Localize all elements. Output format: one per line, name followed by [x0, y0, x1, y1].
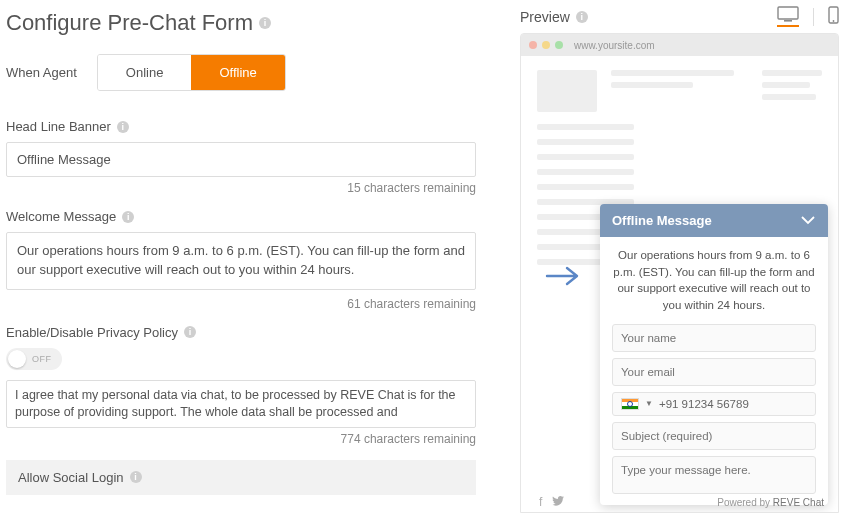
browser-bar: www.yoursite.com — [521, 34, 838, 56]
svg-rect-0 — [778, 7, 798, 19]
info-icon[interactable]: i — [184, 326, 196, 338]
chat-email-input[interactable] — [612, 358, 816, 386]
info-icon[interactable]: i — [130, 471, 142, 483]
info-icon[interactable]: i — [122, 211, 134, 223]
info-icon[interactable]: i — [576, 11, 588, 23]
powered-by: Powered by REVE Chat — [717, 497, 824, 508]
privacy-toggle[interactable]: OFF — [6, 348, 62, 370]
chat-header[interactable]: Offline Message — [600, 204, 828, 237]
chat-welcome-message: Our operations hours from 9 a.m. to 6 p.… — [612, 247, 816, 314]
flag-india-icon — [621, 398, 639, 410]
info-icon[interactable]: i — [259, 17, 271, 29]
chat-name-input[interactable] — [612, 324, 816, 352]
toggle-knob — [8, 350, 26, 368]
powered-by-brand[interactable]: REVE Chat — [773, 497, 824, 508]
chat-phone-placeholder: +91 91234 56789 — [659, 398, 749, 410]
window-dot-yellow — [542, 41, 550, 49]
device-toggle — [777, 6, 839, 27]
info-icon[interactable]: i — [117, 121, 129, 133]
agent-status-toggle: Online Offline — [97, 54, 286, 91]
headline-banner-label: Head Line Banner i — [6, 119, 502, 134]
chevron-down-icon[interactable] — [800, 213, 816, 228]
social-icons: f — [539, 495, 564, 509]
privacy-text-input[interactable]: I agree that my personal data via chat, … — [6, 380, 476, 428]
facebook-icon[interactable]: f — [539, 495, 542, 509]
welcome-remaining: 61 characters remaining — [6, 297, 476, 311]
chat-message-input[interactable] — [612, 456, 816, 494]
allow-social-login-section: Allow Social Login i — [6, 460, 476, 495]
desktop-icon — [777, 6, 799, 22]
window-dot-red — [529, 41, 537, 49]
chat-subject-input[interactable] — [612, 422, 816, 450]
privacy-remaining: 774 characters remaining — [6, 432, 476, 446]
mobile-view-button[interactable] — [828, 6, 839, 27]
page-title: Configure Pre-Chat Form i — [6, 10, 502, 36]
svg-rect-1 — [784, 20, 792, 22]
chat-widget: Offline Message Our operations hours fro… — [600, 204, 828, 505]
url-text: www.yoursite.com — [574, 40, 655, 51]
agent-offline-button[interactable]: Offline — [191, 55, 284, 90]
caret-down-icon[interactable]: ▼ — [645, 399, 653, 408]
headline-remaining: 15 characters remaining — [6, 181, 476, 195]
mobile-icon — [828, 6, 839, 24]
preview-browser: www.yoursite.com — [520, 33, 839, 513]
privacy-policy-label: Enable/Disable Privacy Policy i — [6, 325, 502, 340]
page-title-text: Configure Pre-Chat Form — [6, 10, 253, 36]
window-dot-green — [555, 41, 563, 49]
skeleton-header — [537, 70, 822, 112]
svg-point-3 — [833, 20, 835, 22]
agent-online-button[interactable]: Online — [98, 55, 192, 90]
preview-title: Preview i — [520, 9, 588, 25]
divider — [813, 8, 814, 26]
twitter-icon[interactable] — [552, 495, 564, 509]
headline-banner-input[interactable] — [6, 142, 476, 177]
chat-header-title: Offline Message — [612, 213, 712, 228]
arrow-icon — [545, 264, 583, 291]
welcome-message-label: Welcome Message i — [6, 209, 502, 224]
when-agent-label: When Agent — [6, 65, 77, 80]
desktop-view-button[interactable] — [777, 6, 799, 27]
toggle-state: OFF — [32, 354, 52, 364]
welcome-message-input[interactable] — [6, 232, 476, 290]
chat-phone-input[interactable]: ▼ +91 91234 56789 — [612, 392, 816, 416]
allow-social-login-label: Allow Social Login — [18, 470, 124, 485]
